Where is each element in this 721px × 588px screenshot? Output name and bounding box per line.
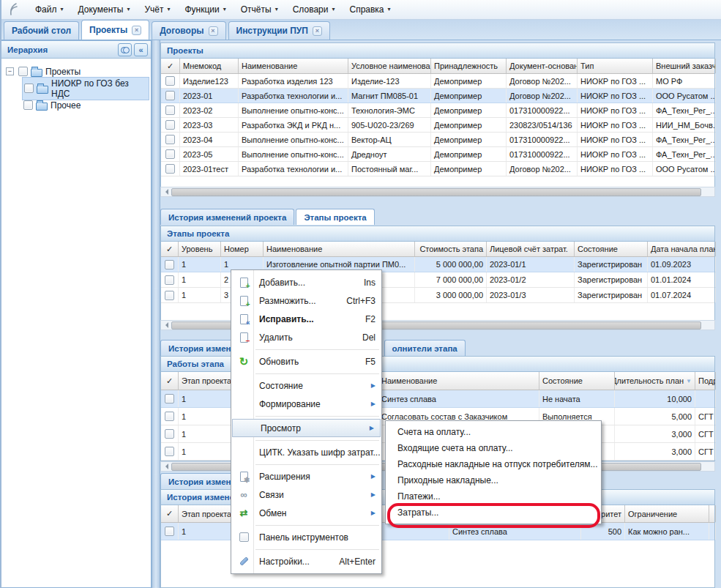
tree-item[interactable]: НИОКР по ГОЗ без НДС (4, 80, 149, 97)
context-menu-item[interactable]: ⇄Обмен▶ (231, 504, 381, 522)
work-tab[interactable]: олнители этапа (384, 340, 466, 356)
project-row[interactable]: 2023-04Выполнение опытно-конс...Вектор-А… (161, 133, 714, 147)
row-checkbox[interactable] (165, 394, 174, 403)
menubar-item[interactable]: Файл▾ (28, 2, 71, 18)
work-tab[interactable]: История измен (160, 340, 239, 356)
scrollbar-thumb[interactable] (171, 188, 701, 196)
row-checkbox[interactable] (165, 105, 175, 115)
row-checkbox[interactable] (165, 526, 174, 536)
document-tab[interactable]: Договоры× (152, 21, 225, 40)
submenu-item[interactable]: Платежи... (386, 488, 601, 505)
tab-history[interactable]: История измен (160, 473, 239, 489)
stage-tab[interactable]: Этапы проекта (296, 209, 374, 225)
column-header[interactable]: Уровень (179, 242, 221, 256)
column-header[interactable]: Принадлежность (431, 59, 507, 73)
document-tab[interactable]: Инструкции ПУП× (228, 21, 330, 40)
column-header[interactable]: Состояние (575, 242, 648, 256)
column-header[interactable]: Условное наименова (348, 59, 431, 73)
row-checkbox[interactable] (165, 291, 174, 300)
column-header[interactable]: ✓ (161, 59, 180, 73)
menubar-item[interactable]: Отчёты▾ (234, 2, 285, 18)
submenu-item[interactable]: Входящие счета на оплату... (386, 440, 601, 456)
splitter[interactable] (152, 40, 160, 588)
close-icon[interactable]: × (209, 26, 218, 36)
scroll-left-icon[interactable] (161, 187, 171, 196)
column-header[interactable]: Наименование (239, 59, 348, 73)
submenu-item[interactable]: Приходные накладные... (386, 472, 601, 488)
column-header[interactable]: Этап проекта (179, 505, 237, 522)
column-header[interactable]: Подр (695, 372, 716, 390)
tree-checkbox[interactable] (24, 83, 34, 93)
stage-tab[interactable]: История изменений проекта (160, 209, 294, 225)
submenu-item[interactable]: Расходные накладные на отпуск потребител… (386, 456, 601, 472)
row-checkbox[interactable] (165, 275, 174, 285)
column-header[interactable]: Наименование (264, 242, 415, 256)
project-row[interactable]: 2023-01Разработка технологии и...Магнит … (161, 89, 714, 103)
column-header[interactable]: Дата начала план (648, 242, 716, 256)
tree-checkbox[interactable] (23, 100, 33, 110)
row-checkbox[interactable] (165, 164, 175, 174)
row-checkbox[interactable] (165, 135, 175, 144)
row-checkbox[interactable] (165, 412, 174, 421)
menubar-item[interactable]: Справка▾ (342, 2, 397, 18)
tree-expander-icon[interactable]: − (6, 67, 14, 75)
row-checkbox[interactable] (165, 76, 175, 86)
column-header[interactable]: Состояние (539, 372, 615, 390)
context-menu-item[interactable]: Панель инструментов (231, 528, 381, 546)
column-header[interactable]: Документ-основан (507, 59, 578, 73)
column-header[interactable]: Тип (578, 59, 653, 73)
search-button[interactable] (118, 43, 132, 56)
menubar-item[interactable]: Словари▾ (285, 2, 343, 18)
menubar-item[interactable]: Функции▾ (177, 2, 233, 18)
project-row[interactable]: Изделие123Разработка изделия 123Изделие-… (161, 74, 714, 89)
row-checkbox[interactable] (165, 429, 174, 439)
context-menu-item[interactable]: ✱Расширения▶ (231, 467, 381, 485)
tree-checkbox[interactable] (18, 67, 28, 76)
document-tab[interactable]: Рабочий стол (4, 21, 79, 40)
row-checkbox[interactable] (165, 447, 174, 456)
context-menu-item[interactable]: +Размножить...Ctrl+F3 (231, 291, 381, 310)
context-menu-item[interactable]: −УдалитьDel (231, 328, 381, 346)
row-checkbox[interactable] (165, 149, 175, 159)
projects-hscrollbar[interactable] (160, 187, 715, 197)
column-header[interactable]: Стоимость этапа (415, 242, 487, 256)
column-header[interactable]: Наименование (378, 372, 539, 390)
project-row[interactable]: 2023-03Разработка ЭКД и РКД н...905-U020… (161, 118, 714, 133)
column-header[interactable]: Внешний заказчик (653, 59, 716, 73)
column-header[interactable]: Лицевой счёт затрат. (487, 242, 575, 256)
submenu-arrow-icon: ▶ (371, 491, 376, 498)
context-menu-item[interactable]: ∞Связи▶ (231, 485, 381, 504)
column-header[interactable]: ✓ (161, 372, 179, 390)
column-header[interactable] (709, 505, 716, 522)
column-header[interactable]: ✓ (161, 242, 179, 256)
close-icon[interactable]: × (313, 26, 322, 36)
row-checkbox[interactable] (165, 120, 175, 130)
project-row[interactable]: 2023-05Выполнение опытно-конс...Дредноут… (161, 147, 714, 162)
context-menu-item[interactable]: Настройки...Alt+Enter (231, 552, 381, 570)
project-row[interactable]: 2023-01тестРазработка технологии и...Пос… (161, 162, 714, 176)
column-header[interactable]: Номер (221, 242, 264, 256)
row-checkbox[interactable] (165, 260, 174, 269)
column-header[interactable]: ✓ (161, 505, 179, 522)
context-menu-item[interactable]: Состояние▶ (231, 376, 381, 395)
column-header[interactable]: Мнемокод (180, 59, 239, 73)
close-icon[interactable]: × (132, 26, 141, 35)
context-menu-item[interactable]: +Добавить...Ins (231, 273, 381, 291)
context-menu-item[interactable]: Просмотр▶ (232, 419, 381, 437)
collapse-sidebar-button[interactable]: « (134, 43, 148, 56)
document-tab[interactable]: Проекты× (81, 20, 149, 40)
row-checkbox[interactable] (165, 91, 175, 100)
scroll-left-icon[interactable] (161, 321, 171, 330)
menubar-item[interactable]: Документы▾ (71, 2, 138, 18)
menubar-item[interactable]: Учёт▾ (137, 2, 177, 18)
context-menu-item[interactable]: ↻ОбновитьF5 (231, 352, 381, 371)
scroll-left-icon[interactable] (161, 462, 171, 471)
context-menu-item[interactable]: ЦИТК. Указать шифр затрат... (231, 443, 381, 461)
submenu-item[interactable]: Счета на оплату... (386, 424, 601, 440)
context-menu-item[interactable]: Формирование▶ (231, 395, 381, 413)
context-menu-item[interactable]: «Исправить...F2 (231, 310, 381, 328)
column-header[interactable]: Длительность план▼ (615, 372, 695, 390)
column-header[interactable]: Ограничение (625, 505, 709, 522)
project-row[interactable]: 2023-02Выполнение опытно-конс...Технолог… (161, 103, 714, 118)
column-header[interactable]: Этап проекта (179, 372, 237, 390)
